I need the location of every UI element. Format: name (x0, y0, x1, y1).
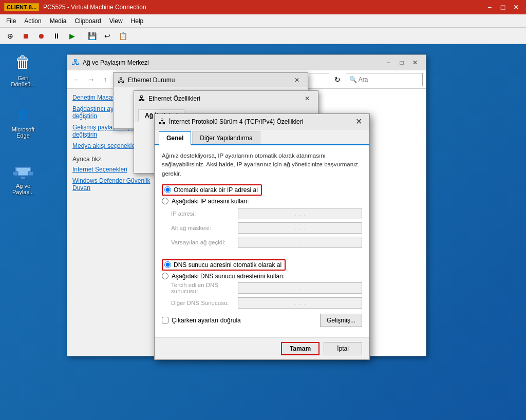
eth-status-title: Ethernet Durumu (128, 77, 175, 84)
network-label: Ağ vePaylaş... (7, 183, 39, 195)
tb-clipboard[interactable]: 📋 (116, 30, 130, 42)
auto-dns-radio[interactable] (164, 261, 171, 268)
gateway-row: Varsayılan ağ geçidi: . . . (171, 237, 362, 248)
desktop: 🗑 GeriDönüşü... e MicrosoftEdge Ağ vePay… (0, 44, 526, 420)
network-icon (12, 159, 34, 181)
network-window-icon: 🖧 (71, 58, 80, 67)
subnet-label: Alt ağ maskesi: (171, 225, 238, 231)
menu-clipboard[interactable]: Clipboard (70, 16, 105, 26)
network-window-title: Ağ ve Paylaşım Merkezi (83, 59, 382, 66)
pref-dns-input[interactable]: . . . (238, 282, 362, 294)
gateway-label: Varsayılan ağ geçidi: (171, 239, 238, 245)
eth-props-close[interactable]: ✕ (300, 92, 314, 105)
advanced-button[interactable]: Gelişmiş... (320, 314, 362, 327)
network-win-minimize[interactable]: − (382, 56, 395, 69)
ipv4-titlebar: 🖧 İnternet Protokolü Sürüm 4 (TCP/IPv4) … (155, 114, 369, 129)
tb-save[interactable]: 💾 (85, 30, 99, 42)
subnet-row: Alt ağ maskesi: . . . (171, 222, 362, 234)
tb-remove[interactable]: ⏹ (18, 30, 33, 42)
network-win-close[interactable]: ✕ (408, 56, 422, 69)
network-window-titlebar: 🖧 Ağ ve Paylaşım Merkezi − □ ✕ (67, 55, 426, 70)
ip-input[interactable]: . . . (238, 208, 362, 219)
network-win-maximize[interactable]: □ (395, 56, 408, 69)
eth-status-icon: 🖧 (118, 76, 125, 84)
tb-stop[interactable]: ⏺ (34, 30, 48, 42)
tab-genel[interactable]: Genel (159, 131, 191, 145)
maximize-button[interactable]: □ (497, 2, 509, 13)
auto-ip-highlighted: Otomatik olarak bir IP adresi al (162, 184, 262, 196)
eth-props-title: Ethernet Özellikleri (148, 95, 200, 102)
validate-checkbox-row: Çıkarken ayarları doğrula Gelişmiş... (162, 314, 362, 327)
auto-ip-label: Otomatik olarak bir IP adresi al (174, 186, 258, 194)
tab-diger[interactable]: Diğer Yapılandırma (192, 131, 260, 144)
ipv4-close[interactable]: ✕ (352, 115, 365, 128)
tb-pause[interactable]: ⏸ (49, 30, 64, 42)
alt-dns-label: Diğer DNS Sunucusu: (171, 300, 238, 306)
subnet-input[interactable]: . . . (238, 222, 362, 234)
ip-radio-group: Otomatik olarak bir IP adresi al Aşağıda… (162, 184, 362, 205)
validate-checkbox[interactable] (162, 317, 168, 323)
window-title: PC5525 - Virtual Machine Connection (43, 4, 146, 11)
menu-bar: File Action Media Clipboard View Help (0, 14, 526, 28)
menu-help[interactable]: Help (127, 16, 148, 26)
ipv4-footer: Tamam İptal (155, 337, 369, 359)
dns-fields: Tercih edilen DNS sunucusu: . . . Diğer … (171, 282, 362, 309)
up-button[interactable]: ↑ (99, 73, 111, 86)
manual-ip-row: Aşağıdaki IP adresini kullan: (162, 198, 362, 205)
svg-rect-4 (13, 171, 18, 176)
auto-dns-label: DNS sunucu adresini otomatik olarak al (174, 261, 281, 269)
title-bar: CLIENT-8... PC5525 - Virtual Machine Con… (0, 0, 526, 14)
eth-status-close[interactable]: ✕ (290, 73, 304, 87)
validate-label: Çıkarken ayarları doğrula (172, 317, 241, 324)
toolbar: ⊕ ⏹ ⏺ ⏸ ▶ 💾 ↩ 📋 (0, 28, 526, 44)
desktop-icon-recycle[interactable]: 🗑 GeriDönüşü... (5, 49, 41, 89)
desktop-icon-edge[interactable]: e MicrosoftEdge (5, 101, 41, 141)
auto-dns-highlighted: DNS sunucu adresini otomatik olarak al (162, 259, 286, 271)
svg-rect-5 (28, 171, 33, 176)
manual-ip-radio[interactable] (162, 198, 168, 204)
window-controls: − □ ✕ (484, 2, 522, 13)
ipv4-tabs: Genel Diğer Yapılandırma (155, 129, 369, 145)
ok-button[interactable]: Tamam (281, 342, 320, 355)
client-badge: CLIENT-8... (4, 3, 39, 11)
manual-dns-radio[interactable] (162, 273, 168, 279)
back-button[interactable]: ← (70, 73, 83, 86)
close-button[interactable]: ✕ (511, 2, 522, 13)
search-box[interactable] (346, 73, 423, 86)
pref-dns-label: Tercih edilen DNS sunucusu: (171, 282, 238, 294)
refresh-button[interactable]: ↻ (331, 73, 344, 86)
edge-label: MicrosoftEdge (7, 126, 39, 139)
menu-media[interactable]: Media (46, 16, 71, 26)
desktop-icon-network[interactable]: Ağ vePaylaş... (5, 157, 41, 197)
cancel-button[interactable]: İptal (324, 342, 362, 355)
recycle-bin-icon: 🗑 (12, 51, 34, 73)
pref-dns-row: Tercih edilen DNS sunucusu: . . . (171, 282, 362, 294)
ip-fields: IP adresi: . . . Alt ağ maskesi: . . . V… (171, 208, 362, 248)
recycle-bin-label: GeriDönüşü... (7, 75, 39, 87)
alt-dns-input[interactable]: . . . (238, 297, 362, 309)
ipv4-icon: 🖧 (159, 118, 166, 126)
gateway-input[interactable]: . . . (238, 237, 362, 248)
tb-undo[interactable]: ↩ (100, 30, 115, 42)
menu-view[interactable]: View (105, 16, 127, 26)
forward-button[interactable]: → (85, 73, 97, 86)
svg-rect-2 (21, 177, 25, 179)
minimize-button[interactable]: − (484, 2, 495, 13)
ipv4-description: Ağınız destekliyorsa, IP ayarlarının oto… (162, 151, 362, 178)
auto-ip-radio[interactable] (164, 186, 171, 193)
auto-dns-row: DNS sunucu adresini otomatik olarak al (162, 259, 362, 271)
eth-props-icon: 🖧 (138, 94, 145, 103)
search-input[interactable] (349, 76, 419, 83)
edge-icon: e (12, 103, 34, 124)
ipv4-body: Ağınız destekliyorsa, IP ayarlarının oto… (155, 145, 369, 337)
menu-action[interactable]: Action (20, 16, 45, 26)
svg-rect-3 (19, 179, 27, 180)
menu-file[interactable]: File (2, 16, 20, 26)
tb-play[interactable]: ▶ (65, 30, 79, 42)
sidebar-link-firewall[interactable]: Windows Defender Güvenlik Duvarı (72, 177, 154, 192)
auto-ip-row: Otomatik olarak bir IP adresi al (162, 184, 362, 196)
section-divider (162, 251, 362, 255)
ipv4-title: İnternet Protokolü Sürüm 4 (TCP/IPv4) Öz… (169, 118, 352, 125)
svg-rect-1 (16, 168, 30, 175)
tb-add[interactable]: ⊕ (3, 30, 17, 42)
